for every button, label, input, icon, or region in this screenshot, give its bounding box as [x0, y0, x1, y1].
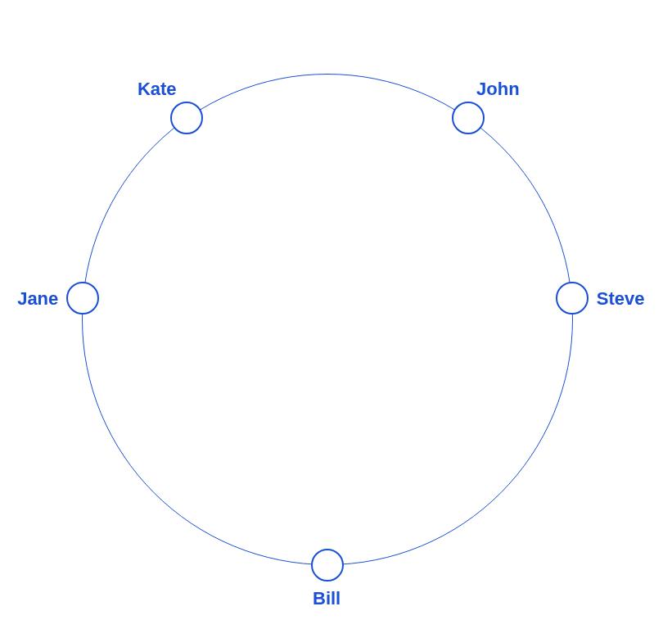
main-circle: [82, 74, 573, 565]
node-jane: [66, 282, 99, 314]
label-steve: Steve: [597, 288, 645, 310]
label-john: John: [476, 79, 520, 100]
label-kate: Kate: [138, 79, 177, 100]
circle-diagram: John Kate Jane Bill Steve: [0, 0, 672, 629]
label-jane: Jane: [17, 288, 58, 310]
label-bill: Bill: [313, 588, 341, 609]
node-bill: [311, 549, 344, 581]
node-john: [452, 102, 485, 134]
node-kate: [170, 102, 203, 134]
node-steve: [556, 282, 589, 314]
